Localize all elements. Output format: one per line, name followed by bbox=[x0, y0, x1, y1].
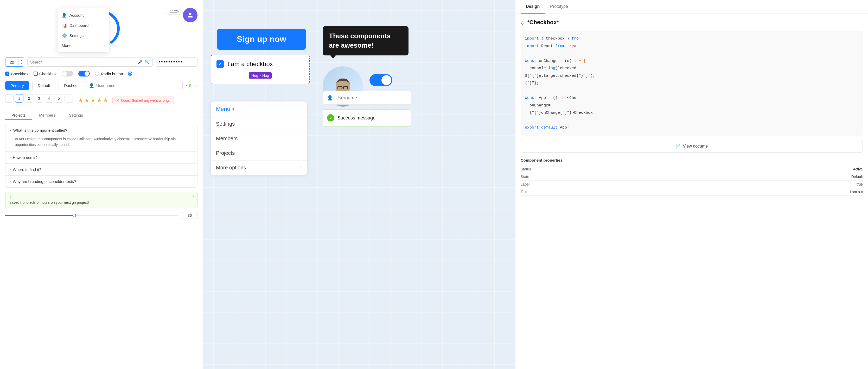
menu-item-members[interactable]: Members bbox=[211, 131, 307, 146]
collapse-icon-down: ▾ bbox=[10, 128, 11, 132]
page-5-btn[interactable]: 5 bbox=[55, 94, 63, 102]
more-options-label: More options bbox=[216, 165, 246, 171]
success-dot: ● bbox=[186, 84, 187, 87]
decrement-btn[interactable]: ▼ bbox=[19, 62, 24, 65]
dropdown-more-label: More bbox=[62, 43, 70, 48]
number-input[interactable]: 22 ▲ ▼ bbox=[5, 57, 24, 67]
checkbox-blue-checked[interactable]: ✓ Checkbox bbox=[5, 71, 28, 76]
dashboard-icon: 📊 bbox=[62, 23, 67, 28]
prev-page-btn[interactable]: ‹ bbox=[5, 94, 13, 102]
chevron-right-icon: › bbox=[103, 43, 105, 48]
increment-btn[interactable]: ▲ bbox=[19, 59, 24, 62]
code-line-8 bbox=[525, 87, 859, 95]
dropdown-item-settings[interactable]: ⚙️ Settings bbox=[58, 30, 109, 40]
tooltip-text: These components are awesome! bbox=[329, 32, 391, 49]
code-line-13: export default App; bbox=[525, 124, 859, 132]
code-line-4: const onChange = (e) : ⇒ { bbox=[525, 58, 859, 65]
avatar-button[interactable] bbox=[183, 8, 197, 22]
toggle-thumb bbox=[62, 71, 67, 76]
number-field[interactable]: 22 bbox=[5, 60, 19, 64]
code-line-12 bbox=[525, 117, 859, 124]
user-icon: 👤 bbox=[62, 13, 67, 18]
controls-row: 22 ▲ ▼ 🎤 🔍 bbox=[5, 57, 197, 67]
tab-bar: Projects Members Settings bbox=[5, 111, 197, 120]
collapse-content-1: In Ant Design this component is called C… bbox=[5, 136, 197, 151]
collapse-header-4[interactable]: › Why am I reading placeholder texts? bbox=[5, 176, 197, 187]
dropdown-item-dashboard[interactable]: 📊 Dashboard bbox=[58, 20, 109, 30]
search-input[interactable] bbox=[30, 60, 135, 64]
checkbox-icon-checked: ✓ bbox=[5, 71, 9, 76]
menu-item-more[interactable]: More options › bbox=[211, 160, 307, 175]
star-5[interactable]: ★ bbox=[103, 97, 108, 104]
toggle-on[interactable] bbox=[78, 71, 90, 76]
tab-members[interactable]: Members bbox=[33, 111, 62, 120]
checkbox-icon-unchecked bbox=[34, 71, 38, 76]
radio-inner-dot bbox=[129, 72, 131, 75]
signup-button[interactable]: Sign up now bbox=[217, 29, 306, 50]
dropdown-item-more[interactable]: More › bbox=[58, 40, 109, 50]
right-panel: Design Prototype ◇ *Checkbox* import { C… bbox=[515, 0, 868, 369]
error-badge: ✕ Oops! Something went wrong. bbox=[113, 96, 174, 104]
star-2[interactable]: ★ bbox=[84, 97, 90, 104]
state-label: State bbox=[521, 175, 529, 179]
collapse-item-3: › Where to find it? bbox=[5, 164, 197, 176]
tab-projects[interactable]: Projects bbox=[5, 111, 32, 120]
username-field[interactable] bbox=[335, 95, 407, 101]
page-2-btn[interactable]: 2 bbox=[25, 94, 33, 102]
page-3-btn[interactable]: 3 bbox=[35, 94, 43, 102]
username-input-card[interactable]: 👤 bbox=[323, 91, 411, 104]
view-document-button[interactable]: 📄 View docume bbox=[521, 140, 863, 153]
dashed-button[interactable]: Dashed bbox=[59, 81, 83, 90]
slider-thumb[interactable] bbox=[72, 214, 76, 217]
page-1-btn[interactable]: 1 bbox=[15, 94, 23, 102]
alert-close-btn[interactable]: × bbox=[192, 194, 195, 199]
star-4[interactable]: ★ bbox=[97, 97, 102, 104]
default-button[interactable]: Default bbox=[32, 81, 56, 90]
dropdown-menu: 👤 Account 📊 Dashboard ⚙️ Settings More › bbox=[57, 8, 109, 53]
collapse-title-1: What is this component called? bbox=[13, 128, 67, 132]
right-tab-design[interactable]: Design bbox=[521, 0, 545, 13]
time-badge: 11:25 bbox=[167, 8, 182, 14]
property-row-label: Label true bbox=[521, 181, 863, 188]
big-check-icon: ✓ bbox=[216, 60, 224, 68]
radio-button[interactable]: Radio button bbox=[95, 71, 123, 76]
right-tab-bar: Design Prototype bbox=[516, 0, 868, 14]
username-input-box[interactable]: 👤 bbox=[86, 81, 183, 90]
search-icon[interactable]: 🔍 bbox=[145, 60, 150, 65]
search-box[interactable]: 🎤 🔍 bbox=[27, 57, 153, 67]
checkbox-blue-unchecked[interactable]: Checkbox bbox=[34, 71, 57, 76]
menu-header: Menu ▾ bbox=[211, 101, 307, 117]
star-3[interactable]: ★ bbox=[91, 97, 96, 104]
username-input[interactable] bbox=[96, 83, 146, 88]
success-check-icon: ✓ bbox=[327, 114, 334, 122]
tooltip-arrow bbox=[331, 55, 336, 59]
big-checkbox[interactable]: ✓ I am a checkbox bbox=[216, 60, 304, 68]
collapse-header-2[interactable]: › How to use it? bbox=[5, 152, 197, 163]
next-page-btn[interactable]: › bbox=[65, 94, 73, 102]
alert-body: saved hundreds of hours on your next gn … bbox=[10, 201, 193, 205]
slider-row: 36 bbox=[5, 212, 197, 219]
collapse-header-1[interactable]: ▾ What is this component called? bbox=[5, 124, 197, 136]
toggle-thumb-on bbox=[85, 71, 89, 76]
status-label: Status bbox=[521, 167, 531, 171]
radio-button-selected[interactable] bbox=[128, 71, 132, 76]
primary-button[interactable]: Primary bbox=[5, 81, 29, 90]
collapse-header-3[interactable]: › Where to find it? bbox=[5, 164, 197, 175]
toggle-off[interactable] bbox=[62, 71, 73, 76]
radio-label: Radio button bbox=[101, 71, 123, 76]
user-icon-input: 👤 bbox=[89, 83, 94, 88]
star-1[interactable]: ★ bbox=[78, 97, 83, 104]
properties-section: Component properties Status Active State… bbox=[521, 158, 863, 196]
password-box[interactable] bbox=[156, 57, 197, 67]
collapse-item-4: › Why am I reading placeholder texts? bbox=[5, 176, 197, 187]
menu-item-projects[interactable]: Projects bbox=[211, 146, 307, 160]
dropdown-item-account[interactable]: 👤 Account bbox=[58, 10, 109, 20]
text-label: Text bbox=[521, 190, 527, 194]
right-tab-prototype[interactable]: Prototype bbox=[545, 0, 573, 13]
page-4-btn[interactable]: 4 bbox=[45, 94, 53, 102]
tab-settings[interactable]: Settings bbox=[63, 111, 89, 120]
toggle-blue[interactable] bbox=[369, 74, 392, 86]
password-input[interactable] bbox=[159, 59, 195, 65]
menu-item-settings[interactable]: Settings bbox=[211, 117, 307, 131]
status-value: Active bbox=[853, 167, 863, 171]
